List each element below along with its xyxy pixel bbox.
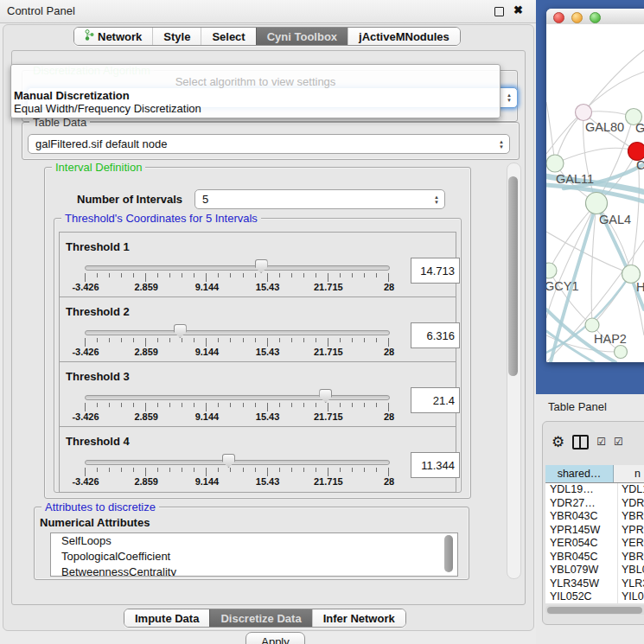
major-tick [85, 468, 86, 476]
popup-option-1[interactable]: Manual Discretization [14, 89, 130, 102]
table-cell[interactable]: YLR3 [618, 577, 644, 591]
table-hscrollbar-thumb[interactable] [547, 607, 642, 614]
tab-label: Discretize Data [220, 612, 301, 625]
table-row[interactable]: YDR27…YDR2 [545, 497, 644, 511]
table-cell[interactable]: YDR2 [618, 497, 644, 511]
tick-label: 9.144 [195, 476, 220, 487]
minor-tick [376, 468, 377, 472]
node-gcy1[interactable] [546, 263, 557, 278]
attribute-list-item[interactable]: SelfLoops [51, 533, 457, 549]
node-gal4[interactable] [586, 193, 608, 214]
table-cell[interactable]: YLR345W [545, 577, 618, 591]
minimize-traffic-light[interactable] [571, 12, 583, 23]
popup-option-2[interactable]: Equal Width/Frequency Discretization [14, 102, 201, 115]
table-cell[interactable]: YDL1 [618, 483, 644, 497]
node-hap2[interactable] [585, 318, 599, 332]
table-data-combo[interactable]: galFiltered.sif default node ▲▼ [28, 134, 510, 154]
list-scrollbar-thumb[interactable] [444, 535, 453, 572]
network-window-titlebar[interactable] [546, 9, 644, 25]
threshold-value-input[interactable] [411, 322, 460, 348]
tab-jactivemnodules[interactable]: jActiveMNodules [348, 28, 460, 45]
slider-track[interactable] [85, 395, 390, 400]
minor-tick [340, 273, 341, 277]
node-bottom[interactable] [615, 346, 628, 359]
minor-tick [109, 403, 110, 407]
apply-button[interactable]: Apply [245, 632, 305, 644]
threshold-value-input[interactable] [411, 258, 460, 284]
slider-track[interactable] [85, 265, 390, 271]
table-cell[interactable]: YIL052C [545, 590, 618, 603]
threshold-value-input[interactable] [411, 452, 460, 478]
tab-impute-data[interactable]: Impute Data [124, 609, 209, 627]
numerical-attributes-list[interactable]: SelfLoopsTopologicalCoefficientBetweenne… [50, 532, 458, 577]
major-tick [145, 273, 146, 282]
threshold-slider[interactable]: -3.4262.8599.14415.4321.71528 [85, 257, 390, 295]
top-tab-bar: NetworkStyleSelectCyni ToolboxjActiveMNo… [73, 27, 461, 46]
threshold-slider[interactable]: -3.4262.8599.14415.4321.71528 [85, 386, 390, 424]
tick-label: 21.715 [314, 282, 343, 292]
tick-label: 9.144 [195, 282, 220, 292]
table-cell[interactable]: YBL079W [545, 564, 618, 577]
column-header-2[interactable]: n [614, 465, 644, 482]
threshold-value-input[interactable] [411, 387, 460, 413]
checkbox-checked-icon[interactable]: ☑ [596, 437, 606, 447]
node-gal80[interactable] [576, 105, 592, 121]
slider-track[interactable] [85, 330, 390, 335]
slider-thumb[interactable] [222, 454, 235, 468]
table-cell[interactable]: YPR145W [545, 524, 618, 538]
major-tick [328, 403, 328, 411]
close-icon[interactable]: ✖ [513, 3, 523, 16]
checkbox-checked-icon[interactable]: ☑ [614, 437, 623, 447]
number-of-intervals-spinner[interactable]: 5 ▲▼ [194, 189, 445, 209]
table-cell[interactable]: YIL0 [618, 590, 644, 603]
table-row[interactable]: YBL079WYBL0 [545, 564, 644, 577]
column-header-1[interactable]: shared… [545, 465, 614, 482]
table-cell[interactable]: YBR0 [618, 551, 644, 564]
content-scrollbar-thumb[interactable] [508, 176, 518, 376]
table-row[interactable]: YBR043CYBR0 [545, 510, 644, 524]
attribute-list-item[interactable]: TopologicalCoefficient [51, 549, 457, 564]
tab-network[interactable]: Network [74, 28, 152, 45]
minor-tick [230, 338, 231, 342]
table-row[interactable]: YBR045CYBR0 [545, 551, 644, 564]
close-traffic-light[interactable] [553, 12, 564, 23]
gear-icon[interactable]: ⚙ [552, 435, 564, 450]
threshold-slider[interactable]: -3.4262.8599.14415.4321.71528 [85, 451, 390, 489]
tab-infer-network[interactable]: Infer Network [312, 609, 405, 627]
table-cell[interactable]: YER054C [545, 537, 618, 551]
table-cell[interactable]: YBR0 [618, 510, 644, 524]
table-row[interactable]: YDL19…YDL1 [545, 483, 644, 497]
tab-cyni-toolbox[interactable]: Cyni Toolbox [256, 28, 348, 45]
slider-track[interactable] [85, 460, 390, 465]
tick-label: 15.43 [256, 411, 280, 422]
table-row[interactable]: YPR145WYPR1 [545, 524, 644, 538]
zoom-traffic-light[interactable] [590, 12, 601, 23]
slider-thumb[interactable] [174, 324, 187, 338]
table-cell[interactable]: YDR27… [545, 497, 618, 511]
slider-thumb[interactable] [255, 259, 268, 273]
table-cell[interactable]: YDL19… [545, 483, 618, 497]
table-row[interactable]: YIL052CYIL0 [545, 590, 644, 603]
node-gal11[interactable] [546, 155, 564, 172]
columns-icon[interactable] [572, 435, 589, 450]
network-canvas[interactable]: GAL80GACGAL11GAL4GCY1HHAP2 [546, 24, 644, 362]
table-cell[interactable]: YBR045C [545, 551, 618, 564]
table-cell[interactable]: YPR1 [618, 524, 644, 538]
tab-style[interactable]: Style [152, 28, 201, 45]
tab-discretize-data[interactable]: Discretize Data [209, 609, 311, 627]
table-row[interactable]: YLR345WYLR3 [545, 577, 644, 591]
major-tick [388, 403, 389, 411]
major-tick [388, 273, 389, 282]
tab-select[interactable]: Select [201, 28, 255, 45]
attribute-list-item[interactable]: BetweennessCentrality [51, 564, 457, 577]
table-row[interactable]: YER054CYER0 [545, 537, 644, 551]
table-cell[interactable]: YBR043C [545, 510, 618, 524]
table-cell[interactable]: YBL0 [618, 564, 644, 577]
table-cell[interactable]: YER0 [618, 537, 644, 551]
tick-label: -3.426 [72, 282, 99, 292]
minor-tick [364, 273, 365, 277]
threshold-slider[interactable]: -3.4262.8599.14415.4321.71528 [85, 322, 390, 360]
float-window-icon[interactable] [494, 7, 504, 16]
number-of-intervals-label: Number of Intervals [77, 193, 182, 206]
slider-thumb[interactable] [319, 389, 332, 403]
